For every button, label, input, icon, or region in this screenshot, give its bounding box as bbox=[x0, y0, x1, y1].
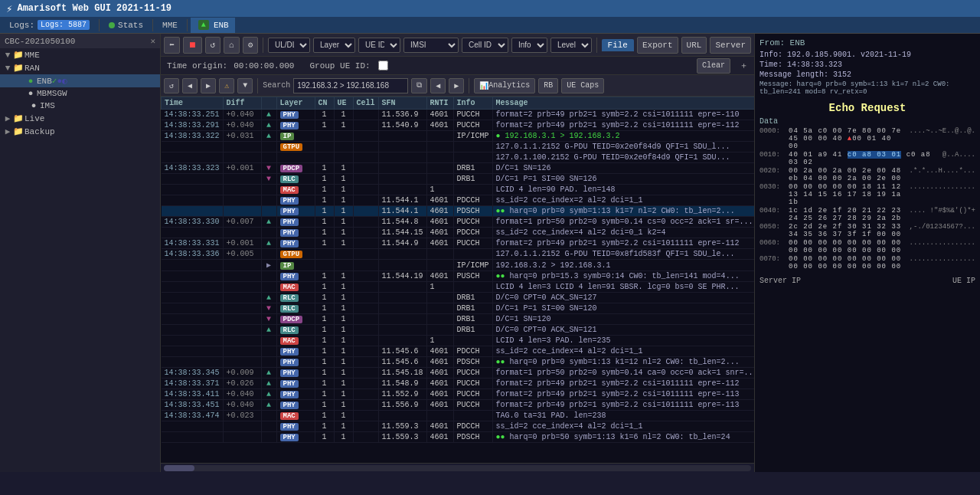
table-row[interactable]: PHY 1 1 11.544.15 4601 PDCCH ss_id=2 cce… bbox=[162, 228, 755, 238]
bottom-scroll-thumb[interactable] bbox=[164, 465, 194, 471]
table-row[interactable]: ▶ IP IP/ICMP 192.168.3.2 > 192.168.3.1 bbox=[162, 260, 755, 271]
nav-btn-refresh[interactable]: ↺ bbox=[205, 37, 221, 54]
table-row[interactable]: 14:38:33.251 +0.040 ▲ PHY 1 1 11.536.9 4… bbox=[162, 110, 755, 120]
table-row[interactable]: MAC 1 1 1 LCID 4 len=3 LCID 4 len=91 SBS… bbox=[162, 282, 755, 293]
table-row[interactable]: 14:38:33.331 +0.001 ▲ PHY 1 1 11.544.9 4… bbox=[162, 238, 755, 249]
cell-rnti bbox=[426, 303, 453, 314]
cell-rnti: 4601 bbox=[426, 217, 453, 228]
sidebar-item-enb[interactable]: ● ENB ✓ ● ◐ bbox=[0, 74, 160, 87]
server-btn[interactable]: Server bbox=[710, 37, 751, 54]
mode-select[interactable]: UL/DL bbox=[268, 38, 310, 53]
sep1 bbox=[99, 19, 100, 31]
table-row[interactable]: ▲ RLC 1 1 DRB1 D/C=0 CPT=0 ACK_SN=127 bbox=[162, 293, 755, 303]
plus-btn[interactable]: ＋ bbox=[740, 60, 748, 71]
ue-caps-btn[interactable]: UE Caps bbox=[561, 78, 604, 93]
cell-diff: +0.040 bbox=[223, 110, 261, 120]
cell-cell bbox=[353, 293, 378, 303]
table-row[interactable]: ▼ PDCP 1 1 DRB1 D/C=1 SN=120 bbox=[162, 314, 755, 325]
cell-info: PUCCH bbox=[453, 217, 492, 228]
table-row[interactable]: 14:38:33.291 +0.040 ▲ PHY 1 1 11.540.9 4… bbox=[162, 120, 755, 131]
table-row[interactable]: 14:38:33.330 +0.007 ▲ PHY 1 1 11.544.8 4… bbox=[162, 217, 755, 228]
layer-select[interactable]: Layer bbox=[313, 38, 355, 53]
rb-label: RB bbox=[544, 81, 553, 90]
table-row[interactable]: PHY 1 1 11.544.1 4601 PDSCH ●● harq=0 pr… bbox=[162, 206, 755, 217]
prev-btn[interactable]: ◀ bbox=[182, 78, 198, 93]
sidebar-item-mme[interactable]: ▼ 📁 MME bbox=[0, 48, 160, 61]
table-row[interactable]: 14:38:33.474 +0.023 MAC 1 1 TAG.0 ta=31 … bbox=[162, 411, 755, 421]
search-prev-btn[interactable]: ◀ bbox=[430, 78, 446, 93]
table-row[interactable]: ▼ RLC 1 1 DRB1 D/C=1 P=1 SI=00 SN=120 bbox=[162, 303, 755, 314]
cell-info: DRB1 bbox=[453, 303, 492, 314]
nav-btn-stop[interactable]: ⏹ bbox=[183, 37, 202, 54]
sidebar-label-enb: ENB bbox=[37, 77, 52, 86]
filter-btn[interactable]: ▼ bbox=[237, 78, 253, 93]
url-btn[interactable]: URL bbox=[681, 37, 707, 54]
group-ue-checkbox[interactable] bbox=[378, 61, 388, 70]
info-select[interactable]: Info bbox=[511, 38, 547, 53]
sidebar-item-live[interactable]: ▶ 📁 Live bbox=[0, 112, 160, 125]
sidebar-item-backup[interactable]: ▶ 📁 Backup bbox=[0, 125, 160, 138]
table-row[interactable]: PHY 1 1 11.545.6 4601 PDCCH ss_id=2 cce_… bbox=[162, 346, 755, 357]
cell-ue: 1 bbox=[334, 271, 353, 282]
cell-time: 14:38:33.251 bbox=[162, 110, 224, 120]
table-row[interactable]: 127.0.1.100.2152 G-PDU TEID=0x2e0f84d9 Q… bbox=[162, 152, 755, 163]
table-row[interactable]: PHY 1 1 11.545.6 4601 PDSCH ●● harq=0 pr… bbox=[162, 357, 755, 368]
search-next-btn[interactable]: ▶ bbox=[449, 78, 464, 93]
analytics-btn[interactable]: 📊 Analytics bbox=[474, 78, 535, 93]
nav-btn-settings[interactable]: ⚙ bbox=[243, 37, 259, 54]
cell-diff bbox=[223, 303, 261, 314]
search-input[interactable] bbox=[293, 78, 408, 93]
bottom-scrollbar[interactable] bbox=[161, 463, 754, 472]
copy-btn[interactable]: ⧉ bbox=[411, 78, 427, 93]
table-row[interactable]: ▼ RLC 1 1 DRB1 D/C=1 P=1 SI=00 SN=126 bbox=[162, 174, 755, 185]
rb-btn[interactable]: RB bbox=[538, 78, 558, 93]
cell-id-select[interactable]: Cell ID bbox=[462, 38, 508, 53]
cell-diff bbox=[223, 282, 261, 293]
table-row[interactable]: PHY 1 1 11.559.3 4601 PDCCH ss_id=2 cce_… bbox=[162, 421, 755, 432]
table-row[interactable]: 14:38:33.411 +0.040 ▲ PHY 1 1 11.552.9 4… bbox=[162, 389, 755, 400]
nav-btn-back[interactable]: ⬅ bbox=[164, 37, 180, 54]
imsi-select[interactable]: IMSI bbox=[403, 38, 459, 53]
file-tab[interactable]: File bbox=[602, 39, 634, 51]
sidebar-item-ims[interactable]: ● IMS bbox=[0, 100, 160, 112]
table-row[interactable]: PHY 1 1 11.544.19 4601 PUSCH ●● harq=0 p… bbox=[162, 271, 755, 282]
table-row[interactable]: 14:38:33.371 +0.026 ▲ PHY 1 1 11.548.9 4… bbox=[162, 379, 755, 389]
cell-sfn bbox=[378, 142, 426, 152]
cell-cn bbox=[315, 152, 334, 163]
menu-mme[interactable]: MME bbox=[156, 18, 184, 33]
nav-btn-home[interactable]: ⌂ bbox=[224, 37, 240, 54]
export-btn[interactable]: Export bbox=[637, 37, 678, 54]
table-row[interactable]: 14:38:33.323 +0.001 ▼ PDCP 1 1 DRB1 D/C=… bbox=[162, 163, 755, 174]
cell-time: 14:38:33.331 bbox=[162, 238, 224, 249]
log-table[interactable]: Time Diff Layer CN UE Cell SFN RNTI Info… bbox=[161, 97, 754, 463]
table-row[interactable]: MAC 1 1 1 LCID 4 len=3 PAD. len=235 bbox=[162, 336, 755, 346]
cell-cn: 1 bbox=[315, 400, 334, 411]
hex-addr: 0010: bbox=[760, 151, 789, 166]
sidebar-item-ran[interactable]: ▼ 📁 RAN bbox=[0, 61, 160, 74]
sidebar-close-btn[interactable]: ✕ bbox=[150, 36, 155, 46]
table-row[interactable]: MAC 1 1 1 LCID 4 len=90 PAD. len=148 bbox=[162, 185, 755, 195]
menu-logs[interactable]: Logs: Logs: 5887 bbox=[3, 18, 96, 33]
cell-rnti: 4601 bbox=[426, 346, 453, 357]
sidebar-item-mbmsgw[interactable]: ● MBMSGW bbox=[0, 87, 160, 100]
table-row[interactable]: 14:38:33.451 +0.040 ▲ PHY 1 1 11.556.9 4… bbox=[162, 400, 755, 411]
bottom-scroll-track[interactable] bbox=[164, 465, 751, 471]
table-row[interactable]: ▲ RLC 1 1 DRB1 D/C=0 CPT=0 ACK_SN=121 bbox=[162, 325, 755, 336]
refresh-btn[interactable]: ↺ bbox=[164, 78, 179, 93]
logs-label: Logs: bbox=[9, 21, 34, 30]
clear-btn[interactable]: Clear bbox=[697, 58, 730, 74]
table-row[interactable]: GTPU 127.0.1.1.2152 G-PDU TEID=0x2e0f84d… bbox=[162, 142, 755, 152]
table-row[interactable]: 14:38:33.336 +0.005 GTPU 127.0.1.1.2152 … bbox=[162, 249, 755, 260]
next-btn[interactable]: ▶ bbox=[201, 78, 216, 93]
menu-enb[interactable]: ▲ ENB bbox=[191, 18, 235, 33]
table-row[interactable]: 14:38:33.322 +0.031 ▲ IP IP/ICMP ● 192.1… bbox=[162, 131, 755, 142]
table-row[interactable]: PHY 1 1 11.544.1 4601 PDCCH ss_id=2 cce_… bbox=[162, 195, 755, 206]
warning-btn[interactable]: ⚠ bbox=[219, 78, 234, 93]
ue-ip-label: UE IP bbox=[952, 277, 975, 285]
table-row[interactable]: 14:38:33.345 +0.009 ▲ PHY 1 1 11.545.18 … bbox=[162, 368, 755, 379]
level-select[interactable]: Level bbox=[550, 38, 592, 53]
ue-id-select[interactable]: UE ID bbox=[358, 38, 400, 53]
cell-dir bbox=[261, 206, 276, 217]
table-row[interactable]: PHY 1 1 11.559.3 4601 PDSCH ●● harq=0 pr… bbox=[162, 432, 755, 443]
menu-stats[interactable]: Stats bbox=[103, 18, 149, 33]
